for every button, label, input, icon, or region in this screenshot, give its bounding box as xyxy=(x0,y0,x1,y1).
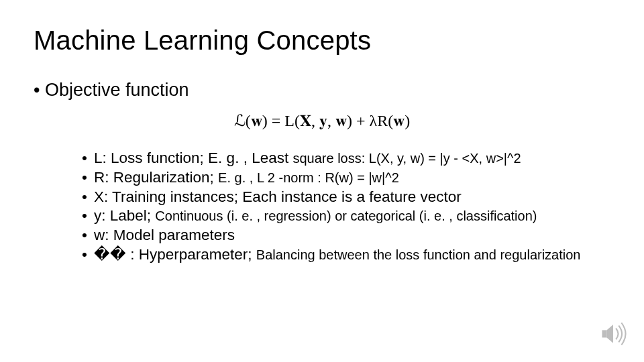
slide: Machine Learning Concepts Objective func… xyxy=(0,0,644,362)
list-item: L: Loss function; E. g. , Least square l… xyxy=(82,149,610,168)
svg-marker-1 xyxy=(606,324,613,343)
item-mid: E. g. , Least xyxy=(204,149,293,166)
item-lead: y: Label; xyxy=(94,207,155,224)
speaker-icon[interactable] xyxy=(598,319,628,349)
item-mid: Balancing between the loss function and … xyxy=(256,247,581,262)
item-lead: X: Training instances; Each instance is … xyxy=(94,188,462,205)
svg-rect-0 xyxy=(602,330,607,338)
main-bullet: Objective function xyxy=(34,80,610,101)
item-small: square loss: L(X, y, w) = |y - <X, w>|^2 xyxy=(292,151,521,166)
objective-formula: ℒ(𝐰) = L(𝐗, 𝐲, 𝐰) + λR(𝐰) xyxy=(34,111,610,130)
list-item: �� : Hyperparameter; Balancing between t… xyxy=(82,245,610,265)
item-lead: w: Model parameters xyxy=(94,227,235,243)
list-item: y: Label; Continuous (i. e. , regression… xyxy=(82,206,610,226)
list-item: R: Regularization; E. g. , L 2 -norm : R… xyxy=(82,168,610,188)
list-item: w: Model parameters xyxy=(82,226,610,245)
item-mid: E. g. , L 2 -norm : R(w) = |w|^2 xyxy=(218,170,399,185)
definitions-list: L: Loss function; E. g. , Least square l… xyxy=(82,149,610,265)
slide-title: Machine Learning Concepts xyxy=(34,25,610,56)
item-mid: Continuous (i. e. , regression) or categ… xyxy=(155,208,537,223)
list-item: X: Training instances; Each instance is … xyxy=(82,188,610,207)
item-lead: R: Regularization; xyxy=(94,169,218,186)
item-lead: �� : Hyperparameter; xyxy=(94,246,256,263)
item-lead: L: Loss function; xyxy=(94,149,204,166)
